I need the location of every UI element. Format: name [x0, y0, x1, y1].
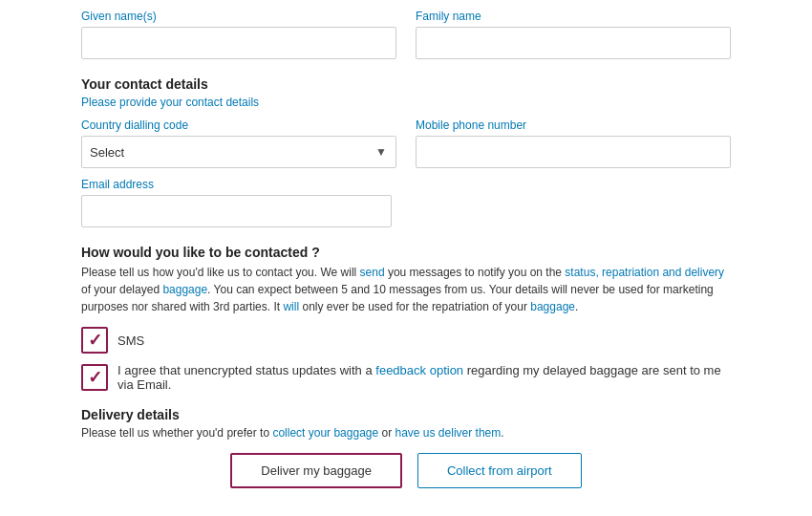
family-name-group: Family name: [416, 10, 731, 59]
contact-method-description: Please tell us how you'd like us to cont…: [81, 264, 731, 315]
given-name-group: Given name(s): [81, 10, 396, 59]
family-name-label: Family name: [416, 10, 731, 23]
country-code-label: Country dialling code: [81, 118, 396, 132]
given-name-label: Given name(s): [81, 10, 396, 23]
phone-row: Country dialling code Select +1 United S…: [81, 118, 731, 168]
given-name-input[interactable]: [81, 27, 396, 59]
delivery-button-row: Deliver my baggage Collect from airport: [81, 453, 731, 488]
contact-section-title: Your contact details: [81, 76, 731, 92]
email-group: Email address: [81, 178, 731, 227]
email-consent-checkbox[interactable]: ✓: [81, 364, 108, 391]
country-code-group: Country dialling code Select +1 United S…: [81, 118, 396, 168]
email-consent-checkbox-row[interactable]: ✓ I agree that unencrypted status update…: [81, 363, 731, 392]
country-code-select-wrapper: Select +1 United States +44 United Kingd…: [81, 136, 396, 168]
checkmark-icon: ✓: [88, 332, 102, 349]
sms-label: SMS: [118, 333, 144, 348]
contact-section-subtitle: Please provide your contact details: [81, 96, 731, 109]
mobile-input[interactable]: [416, 136, 731, 168]
sms-checkbox-row[interactable]: ✓ SMS: [81, 327, 731, 354]
contact-method-title: How would you like to be contacted ?: [81, 245, 731, 260]
contact-method-section: How would you like to be contacted ? Ple…: [81, 245, 731, 392]
sms-checkbox[interactable]: ✓: [81, 327, 108, 354]
delivery-section: Delivery details Please tell us whether …: [81, 407, 731, 488]
collect-from-airport-button[interactable]: Collect from airport: [417, 453, 582, 488]
country-code-select[interactable]: Select +1 United States +44 United Kingd…: [81, 136, 396, 168]
email-label: Email address: [81, 178, 731, 191]
delivery-title: Delivery details: [81, 407, 731, 422]
mobile-group: Mobile phone number: [416, 118, 731, 168]
mobile-label: Mobile phone number: [416, 118, 731, 132]
deliver-baggage-button[interactable]: Deliver my baggage: [230, 453, 402, 488]
checkmark-icon-2: ✓: [88, 369, 102, 386]
email-input[interactable]: [81, 195, 392, 227]
contact-section: Your contact details Please provide your…: [81, 76, 731, 227]
email-consent-label: I agree that unencrypted status updates …: [118, 363, 731, 392]
delivery-description: Please tell us whether you'd prefer to c…: [81, 426, 731, 440]
family-name-input[interactable]: [416, 27, 731, 59]
